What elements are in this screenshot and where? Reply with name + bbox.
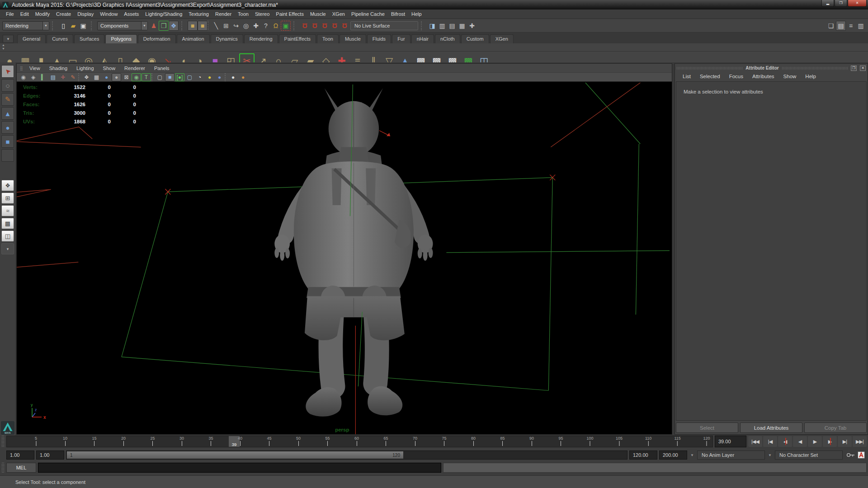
command-line-input[interactable]	[38, 463, 441, 473]
command-line-language-button[interactable]: MEL	[6, 463, 36, 473]
status-separator[interactable]	[52, 21, 56, 30]
select-tool[interactable]: ➤	[1, 65, 14, 78]
new-scene-icon[interactable]: ▯	[58, 21, 68, 31]
selection-mode-dropdown[interactable]: Components ▼	[97, 21, 148, 30]
main-menu-item[interactable]: Help	[408, 10, 425, 18]
layout-four-view-button[interactable]: ⊞	[1, 192, 14, 204]
panel-grip-icon[interactable]: ⣿	[19, 66, 24, 70]
snap-to-point-icon[interactable]: Ω	[320, 21, 330, 31]
viewport-menu-item[interactable]: Panels	[150, 65, 174, 72]
mask-surfaces-icon[interactable]: ⊞	[221, 21, 231, 31]
viewport-menu-item[interactable]: View	[25, 65, 44, 72]
attribute-editor-titlebar[interactable]: Attribute Editor ❒ ✕	[675, 65, 868, 71]
hypershade-icon[interactable]: ◨	[427, 21, 437, 31]
play-backwards-button[interactable]: ◀	[793, 436, 807, 447]
main-menu-item[interactable]: Texturing	[185, 10, 212, 18]
raise-panels-icon[interactable]: ❏	[826, 21, 836, 31]
viewport-menu-item[interactable]: Shading	[45, 65, 71, 72]
main-menu-item[interactable]: Paint Effects	[273, 10, 307, 18]
character-model[interactable]	[274, 88, 433, 417]
step-back-frame-button[interactable]: |◀	[763, 436, 777, 447]
main-menu-item[interactable]: Lighting/Shading	[142, 10, 185, 18]
paint-selection-tool[interactable]: ✎	[1, 93, 14, 106]
main-menu-item[interactable]: Pipeline Cache	[348, 10, 388, 18]
wire-on-shaded-icon[interactable]: ▢	[155, 73, 165, 81]
shelf-tab[interactable]: Curves	[47, 34, 73, 43]
shelf-overflow-arrows[interactable]: ▲▼	[0, 43, 868, 51]
menu-set-dropdown[interactable]: Rendering ▼	[2, 21, 49, 30]
all-lights-icon[interactable]: ●	[215, 73, 224, 81]
shelf-tab[interactable]: Animation	[177, 34, 210, 43]
last-tool-slot[interactable]	[1, 149, 14, 162]
mask-deformers-icon[interactable]: ◎	[241, 21, 251, 31]
isolate-select-icon[interactable]: [●]	[175, 73, 184, 81]
shelf-tab[interactable]: Dynamics	[211, 34, 243, 43]
grease-pencil-icon[interactable]: ✎	[68, 73, 78, 81]
open-scene-icon[interactable]: ▰	[68, 21, 78, 31]
shelf-tab[interactable]: Fluids	[367, 34, 391, 43]
bookmarks-icon[interactable]: ▍	[38, 73, 48, 81]
shelf-tab[interactable]: nHair	[411, 34, 434, 43]
layout-hypershade-persp-button[interactable]: ▩	[1, 218, 14, 229]
float-panel-icon[interactable]: ❒	[851, 66, 857, 71]
status-separator[interactable]	[293, 21, 297, 30]
row-grip[interactable]	[1, 436, 5, 447]
go-to-end-button[interactable]: ▶▶|	[853, 436, 867, 447]
xray-icon[interactable]: ■	[165, 73, 175, 81]
lock-selection-icon[interactable]: Ω	[271, 21, 281, 31]
attribute-editor-menu-item[interactable]: Focus	[725, 73, 747, 80]
shelf-tab[interactable]: XGen	[490, 34, 514, 43]
auto-keyframe-icon[interactable]	[858, 451, 865, 459]
status-separator[interactable]	[181, 21, 185, 30]
playback-end-field[interactable]: 120.00	[629, 450, 657, 460]
range-slider-bar[interactable]: 1 120	[67, 451, 403, 459]
main-menu-item[interactable]: Bifrost	[388, 10, 408, 18]
mask-points-icon[interactable]: ■	[188, 21, 198, 31]
shelf-tab[interactable]: Rendering	[244, 34, 278, 43]
lasso-tool[interactable]: ◌	[1, 79, 14, 92]
main-menu-item[interactable]: Toon	[235, 10, 252, 18]
main-menu-item[interactable]: Modify	[32, 10, 53, 18]
main-menu-item[interactable]: XGen	[329, 10, 348, 18]
film-gate-icon[interactable]: ▦	[92, 73, 101, 81]
snap-to-view-plane-icon[interactable]: Ω	[340, 21, 349, 31]
mask-parm-points-icon[interactable]: ■	[198, 21, 208, 31]
anim-layer-field[interactable]: No Anim Layer	[697, 450, 765, 460]
bounding-box-icon[interactable]: ⊠	[122, 73, 131, 81]
shadows-icon[interactable]: ●	[228, 73, 238, 81]
snap-to-grid-icon[interactable]: Ω	[300, 21, 310, 31]
main-menu-item[interactable]: Assets	[121, 10, 142, 18]
viewport-menu-item[interactable]: Lighting	[72, 65, 98, 72]
shelf-tab[interactable]: Surfaces	[74, 34, 104, 43]
default-light-icon[interactable]: ●	[205, 73, 214, 81]
shelf-tab[interactable]: Muscle	[340, 34, 366, 43]
rotate-tool[interactable]: ●	[1, 121, 14, 134]
shelf-tab[interactable]: Deformation	[138, 34, 176, 43]
shelf-tab[interactable]: PaintEffects	[279, 34, 316, 43]
play-forwards-button[interactable]: ▶	[808, 436, 822, 447]
layout-single-persp-button[interactable]: ❖	[1, 180, 14, 191]
show-tool-settings-icon[interactable]: ≡	[846, 21, 856, 31]
shelf-tab[interactable]: Toon	[317, 34, 339, 43]
textured-icon[interactable]: T	[142, 73, 151, 81]
select-camera-icon[interactable]: ◉	[19, 73, 28, 81]
current-time-field[interactable]: 39.00	[715, 436, 746, 447]
render-current-frame-icon[interactable]: ▤	[447, 21, 457, 31]
save-scene-icon[interactable]: ▣	[78, 21, 88, 31]
main-menu-item[interactable]: Stereo	[252, 10, 273, 18]
occlusion-icon[interactable]: ●	[238, 73, 248, 81]
step-back-key-button[interactable]: ◀	[778, 436, 792, 447]
close-panel-icon[interactable]: ✕	[860, 66, 866, 71]
image-plane-icon[interactable]: ▤	[48, 73, 58, 81]
scale-tool[interactable]: ■	[1, 135, 14, 148]
set-key-icon[interactable]	[846, 452, 855, 458]
show-channel-box-icon[interactable]: ▥	[856, 21, 866, 31]
chevron-down-icon[interactable]: ▼	[767, 453, 773, 457]
shelf-tab[interactable]: Polygons	[105, 34, 137, 43]
select-by-object-icon[interactable]: ❒	[159, 21, 169, 31]
smooth-shade-icon[interactable]: ●	[102, 73, 111, 81]
load-attributes-button[interactable]: Load Attributes	[740, 422, 802, 433]
chevron-down-icon[interactable]: ▼	[689, 453, 695, 457]
highlight-selection-icon[interactable]: ▣	[281, 21, 291, 31]
mask-misc-icon[interactable]: ?	[261, 21, 271, 31]
